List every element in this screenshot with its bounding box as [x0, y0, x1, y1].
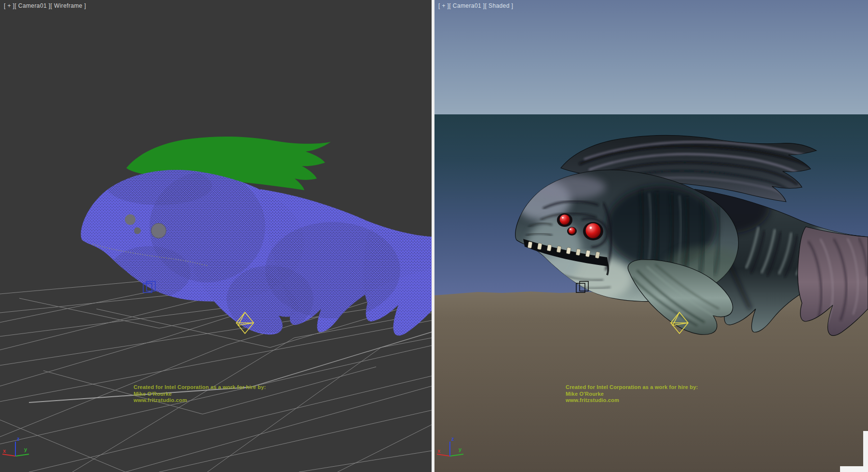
- axis-x-label: x: [437, 448, 441, 454]
- camera-menu[interactable]: [ Camera01 ]: [14, 2, 50, 9]
- eye-large: [586, 223, 601, 238]
- credit-line-1: Created for Intel Corporation as a work …: [134, 384, 266, 390]
- credit-line-1: Created for Intel Corporation as a work …: [566, 384, 698, 390]
- credit-line-3: www.fritzstudio.com: [133, 397, 187, 403]
- axis-y-label: y: [459, 446, 462, 452]
- shading-menu[interactable]: [ Wireframe ]: [51, 2, 86, 9]
- shading-menu[interactable]: [ Shaded ]: [485, 2, 514, 9]
- camera-menu[interactable]: [ Camera01 ]: [449, 2, 485, 9]
- axis-z-label: z: [17, 436, 20, 442]
- environment-sky: [434, 0, 868, 115]
- pov-menu[interactable]: [ + ]: [438, 2, 449, 9]
- viewport-shaded[interactable]: Created for Intel Corporation as a work …: [434, 0, 868, 472]
- eye-small-upper: [560, 215, 570, 225]
- eye-small-lower: [569, 227, 575, 234]
- pov-menu[interactable]: [ + ]: [4, 2, 14, 9]
- credit-line-2: Mike O'Rourke: [134, 391, 172, 397]
- viewport-label-right: [ + ][ Camera01 ][ Shaded ]: [438, 2, 513, 9]
- viewport-wireframe[interactable]: Created for Intel Corporation as a work …: [0, 0, 432, 472]
- axis-z-label: z: [451, 436, 454, 442]
- credit-line-3: www.fritzstudio.com: [565, 397, 619, 403]
- application-window: Created for Intel Corporation as a work …: [0, 0, 868, 472]
- axis-x-label: x: [3, 448, 6, 454]
- viewport-label-left: [ + ][ Camera01 ][ Wireframe ]: [4, 2, 86, 9]
- axis-y-label: y: [24, 446, 27, 452]
- credit-line-2: Mike O'Rourke: [566, 391, 604, 397]
